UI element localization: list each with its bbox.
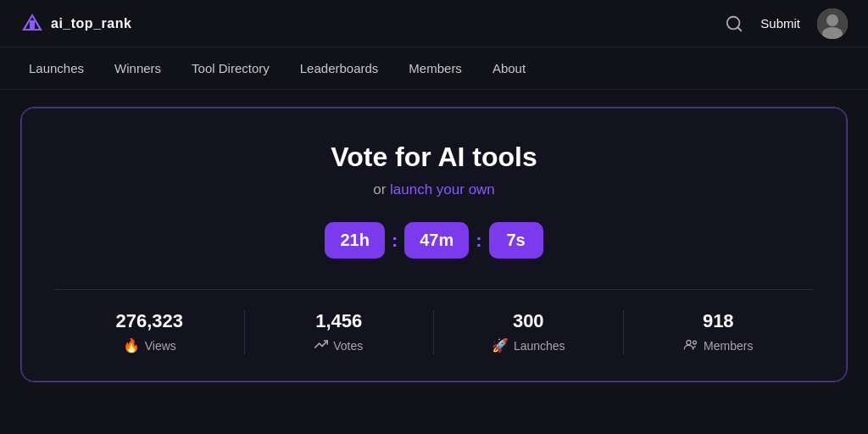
logo-text: ai_top_rank bbox=[51, 16, 131, 31]
nav-item-tool-directory[interactable]: Tool Directory bbox=[176, 49, 285, 87]
nav-item-leaderboards[interactable]: Leaderboards bbox=[285, 49, 394, 87]
nav-item-members[interactable]: Members bbox=[393, 49, 477, 87]
hero-subtitle-prefix: or bbox=[373, 181, 390, 198]
members-icon bbox=[683, 337, 698, 354]
hero-title: Vote for AI tools bbox=[55, 142, 813, 173]
stat-views: 276,323 🔥 Views bbox=[55, 310, 245, 354]
nav-item-launches[interactable]: Launches bbox=[14, 49, 99, 87]
launches-icon: 🚀 bbox=[492, 337, 509, 353]
svg-point-6 bbox=[826, 14, 838, 26]
logo[interactable]: ai_top_rank bbox=[20, 12, 131, 36]
stat-members: 918 Members bbox=[624, 310, 814, 354]
stat-launches-value: 300 bbox=[513, 310, 544, 332]
views-icon: 🔥 bbox=[123, 337, 140, 353]
stats-row: 276,323 🔥 Views 1,456 Votes 300 🚀 bbox=[55, 289, 813, 354]
stat-members-label-row: Members bbox=[683, 337, 753, 354]
timer-seconds: 7s bbox=[489, 222, 543, 259]
submit-button[interactable]: Submit bbox=[760, 16, 800, 31]
hero-card: Vote for AI tools or launch your own 21h… bbox=[20, 107, 848, 382]
avatar-image bbox=[817, 8, 848, 39]
stat-votes: 1,456 Votes bbox=[245, 310, 435, 354]
stat-launches-label-row: 🚀 Launches bbox=[492, 337, 565, 353]
stat-votes-label: Votes bbox=[333, 339, 363, 353]
main-nav: Launches Winners Tool Directory Leaderbo… bbox=[0, 47, 868, 90]
timer-minutes: 47m bbox=[404, 222, 469, 259]
header-actions: Submit bbox=[725, 8, 848, 39]
stat-views-value: 276,323 bbox=[115, 310, 183, 332]
hero-subtitle: or launch your own bbox=[55, 181, 813, 198]
stat-votes-label-row: Votes bbox=[314, 337, 363, 354]
stat-members-value: 918 bbox=[703, 310, 734, 332]
svg-point-9 bbox=[693, 341, 697, 344]
stat-views-label-row: 🔥 Views bbox=[123, 337, 176, 353]
timer-hours: 21h bbox=[325, 222, 384, 259]
logo-icon bbox=[20, 12, 44, 36]
stat-members-label: Members bbox=[704, 339, 753, 353]
hero-launch-link[interactable]: launch your own bbox=[390, 181, 495, 198]
stat-launches-label: Launches bbox=[514, 339, 565, 353]
nav-item-about[interactable]: About bbox=[477, 49, 541, 87]
timer-sep-1: : bbox=[392, 230, 398, 252]
countdown-timer: 21h : 47m : 7s bbox=[55, 222, 813, 259]
stat-launches: 300 🚀 Launches bbox=[434, 310, 624, 354]
votes-icon bbox=[314, 337, 328, 354]
main-content: Vote for AI tools or launch your own 21h… bbox=[0, 90, 868, 399]
stat-votes-value: 1,456 bbox=[315, 310, 362, 332]
avatar[interactable] bbox=[817, 8, 848, 39]
svg-rect-2 bbox=[30, 20, 35, 29]
svg-point-8 bbox=[687, 341, 691, 345]
search-button[interactable] bbox=[725, 14, 743, 33]
stat-views-label: Views bbox=[145, 339, 176, 353]
search-icon bbox=[725, 14, 743, 33]
nav-item-winners[interactable]: Winners bbox=[99, 49, 176, 87]
header: ai_top_rank Submit bbox=[0, 0, 868, 47]
svg-line-4 bbox=[738, 27, 742, 31]
timer-sep-2: : bbox=[476, 230, 481, 252]
